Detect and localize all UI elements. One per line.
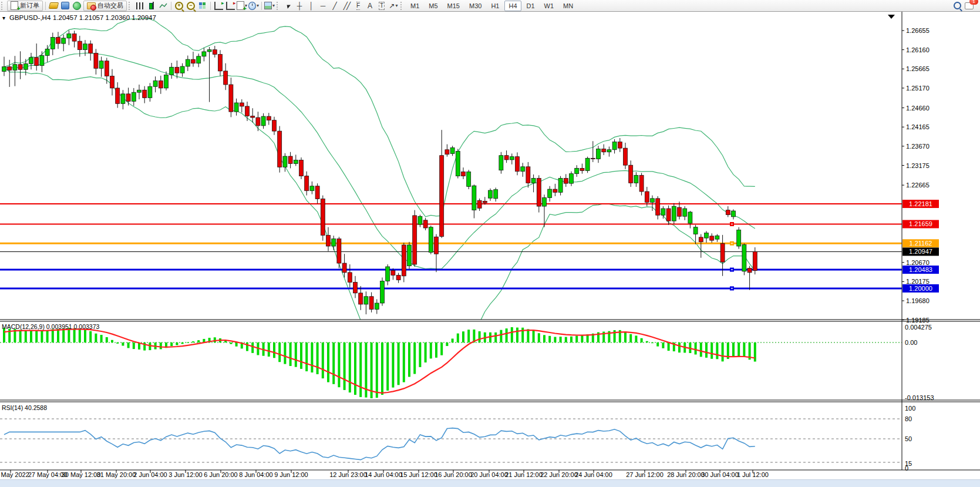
time-tick-label: 31 May 20:00 (97, 471, 136, 478)
macd-histogram-bar (732, 342, 735, 357)
candlestick (337, 239, 341, 263)
timeframe-button-H1[interactable]: H1 (487, 1, 503, 11)
macd-histogram-bar (89, 331, 92, 342)
timeframe-button-D1[interactable]: D1 (523, 1, 539, 11)
candlestick (612, 142, 617, 150)
macd-histogram-bar (52, 329, 54, 342)
macd-histogram-bar (479, 331, 481, 342)
price-tick-label: 1.24165 (906, 123, 930, 130)
dropdown-arrow-icon[interactable]: ▾ (257, 3, 259, 8)
timeframe-button-H4[interactable]: H4 (504, 1, 521, 11)
timeframe-button-M5[interactable]: M5 (425, 1, 442, 11)
vertical-line-tool-button[interactable]: │ (306, 1, 316, 11)
market-watch-button[interactable] (48, 1, 59, 11)
toolbar-grip[interactable] (400, 2, 405, 10)
templates-button[interactable]: ▾ (264, 1, 275, 11)
macd-histogram-bar (668, 342, 670, 351)
cursor-tool-button[interactable] (282, 1, 293, 11)
timeframe-button-W1[interactable]: W1 (540, 1, 558, 11)
fibonacci-tool-button[interactable]: F (353, 1, 363, 11)
trendline-tool-button[interactable]: ╱ (329, 1, 340, 11)
candlestick (121, 94, 125, 103)
candlestick (283, 156, 287, 167)
crosshair-tool-button[interactable]: ┼ (294, 1, 305, 11)
cascade-charts-button[interactable] (225, 1, 235, 11)
candlestick (607, 150, 611, 152)
candlestick (720, 243, 725, 262)
arrows-tool-button[interactable]: ↗▾ (388, 1, 399, 11)
channel-tool-button[interactable]: ╱╱ (341, 1, 352, 11)
candlestick (197, 56, 201, 63)
candlestick (321, 199, 325, 236)
candlestick (494, 190, 498, 199)
macd-axis-label: -0.013153 (905, 394, 934, 401)
macd-histogram-bar (62, 328, 65, 342)
candlestick (326, 236, 331, 246)
timeframe-bar: M1M5M15M30H1H4D1W1MN (406, 1, 578, 11)
macd-histogram-bar (197, 340, 200, 342)
toolbar-grip[interactable] (1, 2, 5, 10)
rsi-axis-label: 80 (905, 415, 912, 422)
line-chart-icon (159, 2, 167, 9)
new-chart-button[interactable]: ▾ (237, 1, 247, 11)
macd-histogram-bar (425, 342, 427, 362)
new-chart-icon (237, 1, 244, 10)
candlestick (472, 186, 476, 210)
bar-chart-button[interactable] (134, 1, 145, 11)
auto-trading-icon (87, 2, 96, 9)
candlestick (537, 179, 541, 206)
symbol-dropdown-icon[interactable]: ▾ (2, 15, 5, 21)
tile-windows-button[interactable] (197, 1, 208, 11)
chart-canvas[interactable]: 1.266551.261601.256651.251701.246601.241… (0, 11, 980, 479)
candlestick (191, 59, 196, 63)
candlestick (364, 297, 368, 304)
candlestick (78, 41, 82, 50)
arrange-charts-button[interactable] (213, 1, 224, 11)
new-order-button[interactable]: 新订单 (7, 1, 43, 11)
search-button[interactable] (952, 1, 962, 11)
macd-histogram-bar (392, 342, 394, 388)
toolbar-separator (210, 2, 211, 10)
toolbar-grip[interactable] (277, 2, 281, 10)
timeframe-button-M15[interactable]: M15 (443, 1, 464, 11)
timeframe-button-MN[interactable]: MN (559, 1, 577, 11)
level-line-handle-dot (732, 243, 733, 244)
text-label-icon: T (379, 2, 385, 10)
price-tick-label: 1.26160 (906, 46, 930, 53)
profiles-button[interactable]: ▾ (248, 1, 259, 11)
macd-histogram-bar (84, 330, 86, 342)
notifications-button[interactable]: 1 (964, 1, 974, 11)
macd-histogram-bar (19, 330, 22, 342)
timeframe-button-M1[interactable]: M1 (406, 1, 423, 11)
zoom-in-button[interactable]: + (174, 1, 184, 11)
line-chart-button[interactable] (158, 1, 169, 11)
macd-histogram-bar (349, 342, 351, 392)
candlestick (224, 71, 228, 85)
data-window-button[interactable] (60, 1, 70, 11)
macd-histogram-bar (570, 337, 572, 342)
zoom-out-button[interactable]: − (186, 1, 196, 11)
chart-symbol-title: GBPUSD-,H4 (9, 14, 51, 21)
time-tick-label: 30 May 12:00 (62, 471, 101, 478)
candlestick (294, 160, 298, 164)
toolbar-grip[interactable] (129, 2, 133, 10)
text-label-tool-button[interactable]: T (376, 1, 387, 11)
candlestick (278, 131, 282, 167)
dropdown-arrow-icon[interactable]: ▾ (396, 3, 398, 8)
level-line-handle-dot (732, 288, 733, 289)
horizontal-line-tool-button[interactable]: ─ (318, 1, 328, 11)
navigator-button[interactable] (72, 1, 82, 11)
auto-trading-button[interactable]: 自动交易 (83, 1, 127, 11)
candlestick-chart-button[interactable] (146, 1, 157, 11)
macd-histogram-bar (57, 329, 59, 342)
dropdown-arrow-icon[interactable]: ▾ (272, 3, 275, 8)
text-tool-button[interactable]: A (365, 1, 375, 11)
price-badge-label: 1.21659 (909, 220, 932, 227)
macd-histogram-bar (516, 328, 518, 342)
candlestick (116, 88, 120, 103)
timeframe-button-M30[interactable]: M30 (465, 1, 486, 11)
candlestick (153, 80, 157, 86)
macd-histogram-bar (629, 334, 632, 342)
auto-trading-label: 自动交易 (97, 1, 123, 10)
candlestick (499, 156, 503, 170)
